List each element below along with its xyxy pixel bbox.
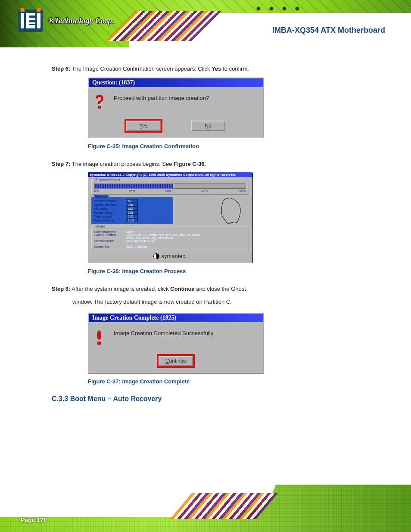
step-6-text: Step 6: The Image Creation Confirmation … xyxy=(52,65,377,73)
logo-badge xyxy=(18,9,43,32)
dialog-body: Proceed with partition image creation? xyxy=(89,87,263,118)
progress-indicator-group: Progress Indicator 0% 25% 50% 75% 100% xyxy=(91,180,249,195)
tick-75: 75% xyxy=(202,190,208,193)
yes-button[interactable]: Yes xyxy=(126,121,161,131)
dialog-button-row: Continue xyxy=(89,353,263,372)
stat-mb-copied: MB copied632 xyxy=(94,207,171,211)
dialog-title: Image Creation Complete (1925) xyxy=(89,314,263,322)
logo: ®Technology Corp. xyxy=(18,9,114,32)
logo-letter-e xyxy=(26,13,35,28)
question-mark-icon xyxy=(94,95,105,110)
document-title: IMBA-XQ354 ATX Motherboard xyxy=(272,26,385,35)
footer-banner: Page 170 xyxy=(0,485,411,532)
detail-destination-file: Destination fileLocal file D:\iei.GHO xyxy=(94,240,246,243)
step-8-text-line1: Step 8: After the system image is create… xyxy=(52,285,377,293)
progress-ticks: 0% 25% 50% 75% 100% xyxy=(94,190,246,193)
figure-c37-caption: Figure C-37: Image Creation Complete xyxy=(88,378,377,385)
svg-point-1 xyxy=(97,330,101,340)
stat-percent-complete: Percent complete52 xyxy=(94,199,171,203)
tick-50: 50% xyxy=(165,190,171,193)
progress-bar-fill xyxy=(95,184,173,188)
ghost-mascot-icon xyxy=(215,196,245,227)
statistics-group: Statistics Percent complete52 Speed (MB/… xyxy=(91,197,173,224)
stat-mb-remaining: MB remaining563 xyxy=(94,211,171,215)
no-button[interactable]: No xyxy=(191,121,225,131)
figure-c35-caption: Figure C-35: Image Creation Confirmation xyxy=(88,143,377,149)
statistics-label: Statistics xyxy=(94,195,109,198)
svg-rect-2 xyxy=(97,342,101,345)
step-8-text-line2: window. The factory default image is now… xyxy=(72,298,377,306)
continue-button[interactable]: Continue xyxy=(159,356,193,366)
exclamation-icon xyxy=(94,330,105,345)
figure-c36-caption: Figure C-36: Image Creation Process xyxy=(88,268,377,274)
detail-current-file: Current file3891 c_869.nls xyxy=(94,245,246,248)
symantec-brand-text: symantec. xyxy=(161,253,187,259)
ghost-window-body: Progress Indicator 0% 25% 50% 75% 100% S… xyxy=(88,177,252,263)
tick-100: 100% xyxy=(238,190,246,193)
dialog-title: Question: (1837) xyxy=(89,78,263,87)
logo-letter-i xyxy=(37,13,40,28)
symantec-brand: symantec. xyxy=(91,253,249,259)
tick-0: 0% xyxy=(94,190,99,193)
stat-time-remaining: Time remaining1:12 xyxy=(94,218,171,222)
detail-source-partition: Source PartitionType:7 [NTFS], 100006 MB… xyxy=(94,233,246,236)
logo-letter-i xyxy=(21,13,24,28)
step-7-text: Step 7: The image creation process begin… xyxy=(52,160,377,168)
detail-source-partition-2: from Local drive [80], 130129 MB xyxy=(94,236,246,240)
progress-bar xyxy=(94,184,246,189)
logo-text: ®Technology Corp. xyxy=(48,16,114,25)
details-label: Details xyxy=(94,225,106,228)
header-banner: ®Technology Corp. xyxy=(0,0,411,47)
section-heading-c33: C.3.3 Boot Menu – Auto Recovery xyxy=(52,395,377,403)
dialog-image-creation-complete: Image Creation Complete (1925) Image Cre… xyxy=(88,313,264,373)
dialog-button-row: Yes No xyxy=(89,118,263,137)
stat-time-elapsed: Time elapsed1:21 xyxy=(94,215,171,218)
svg-rect-0 xyxy=(98,106,101,109)
stat-speed: Speed (MB/min)468 xyxy=(94,203,171,207)
progress-indicator-label: Progress Indicator xyxy=(94,178,121,181)
page-number: Page 170 xyxy=(21,516,47,523)
dialog-message: Proceed with partition image creation? xyxy=(114,95,209,110)
dialog-message: Image Creation Completed Successfully xyxy=(114,330,213,345)
dialog-image-creation-confirmation: Question: (1837) Proceed with partition … xyxy=(88,78,264,138)
ghost-window-title: Symantec Ghost 11.5 Copyright (C) 1998-2… xyxy=(88,172,252,177)
dialog-body: Image Creation Completed Successfully xyxy=(89,322,263,353)
detail-connection-type: Connection typeLocal xyxy=(94,230,246,233)
ghost-progress-window: Symantec Ghost 11.5 Copyright (C) 1998-2… xyxy=(88,172,252,263)
tick-25: 25% xyxy=(129,190,135,193)
details-group: Details Connection typeLocal Source Part… xyxy=(91,227,249,250)
symantec-yin-yang-icon xyxy=(153,253,159,259)
page-content: Step 6: The Image Creation Confirmation … xyxy=(52,65,377,403)
